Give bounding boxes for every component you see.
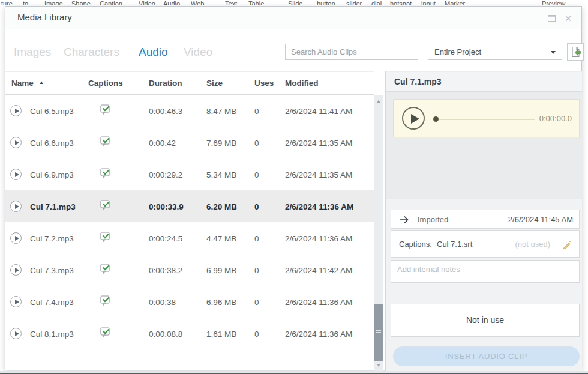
clip-size: 6.96 MB	[206, 297, 236, 306]
clip-name: Cul 6.6.mp3	[30, 138, 74, 147]
captions-check-icon	[77, 200, 134, 214]
edit-captions-button[interactable]	[559, 237, 574, 252]
clip-size: 1.61 MB	[206, 329, 236, 338]
scope-dropdown[interactable]: Entire Project	[428, 44, 562, 60]
notes-box	[391, 260, 580, 283]
scrollbar-thumb[interactable]	[374, 304, 383, 361]
row-play-button[interactable]	[10, 328, 22, 339]
column-header-modified[interactable]: Modified	[285, 79, 319, 88]
clip-name: Cul 6.5.mp3	[30, 106, 74, 115]
row-play-button[interactable]	[10, 232, 22, 244]
captions-check-icon	[77, 295, 134, 309]
detail-header: Cul 7.1.mp3	[386, 71, 582, 92]
captions-file: Cul 7.1.srt	[437, 240, 472, 249]
dialog-title: Media Library	[17, 12, 72, 22]
scroll-down-icon[interactable]: ▼	[374, 361, 383, 370]
detail-title: Cul 7.1.mp3	[394, 77, 442, 86]
ribbon-item[interactable]: Caption	[100, 0, 122, 5]
ribbon-item[interactable]: Audio	[163, 0, 180, 5]
row-play-button[interactable]	[10, 169, 22, 180]
row-play-button[interactable]	[10, 296, 22, 307]
row-play-button[interactable]	[10, 105, 22, 116]
player-section: 0:00:00.0	[386, 92, 582, 199]
ribbon-item[interactable]: Marker	[445, 0, 465, 5]
clip-duration: 0:00:38.2	[149, 265, 182, 274]
table-row[interactable]: Cul 6.9.mp3 0:00:29.2 5.34 MB 0 2/6/2024…	[5, 158, 374, 190]
player-time: 0:00:00.0	[539, 114, 572, 123]
table-row[interactable]: Cul 6.6.mp3 0:00:42 7.69 MB 0 2/6/2024 1…	[5, 127, 374, 158]
column-header-name[interactable]: Name	[11, 79, 34, 88]
table-row[interactable]: Cul 8.1.mp3 0:00:08.8 1.61 MB 0 2/6/2024…	[5, 318, 374, 349]
clip-duration: 0:00:46.3	[149, 106, 182, 115]
column-header-duration[interactable]: Duration	[149, 79, 182, 88]
ribbon-item[interactable]: hotspot	[390, 0, 412, 5]
clip-duration: 0:00:42	[149, 138, 176, 147]
internal-notes-input[interactable]	[391, 261, 579, 282]
imported-date: 2/6/2024 11:45 AM	[508, 215, 573, 224]
tab-video[interactable]: Video	[184, 46, 212, 59]
media-library-dialog: Media Library ✕ Images Characters Audio …	[5, 6, 582, 370]
ribbon-item[interactable]: Image	[44, 0, 63, 5]
table-row[interactable]: Cul 7.2.mp3 0:00:24.5 4.47 MB 0 2/6/2024…	[5, 222, 374, 254]
clip-size: 5.34 MB	[206, 170, 236, 179]
clip-size: 4.47 MB	[206, 234, 236, 243]
ribbon-item[interactable]: Table	[248, 0, 264, 5]
ribbon-item[interactable]: dial	[371, 0, 382, 5]
insert-audio-clip-button[interactable]: INSERT AUDIO CLIP	[393, 346, 580, 366]
ribbon-item-preview[interactable]: Preview	[542, 0, 565, 5]
maximize-icon[interactable]	[548, 13, 556, 24]
table-row[interactable]: Cul 7.4.mp3 0:00:38 6.96 MB 0 2/6/2024 1…	[5, 286, 374, 318]
clip-size: 6.99 MB	[206, 265, 236, 274]
clip-name: Cul 6.9.mp3	[30, 170, 74, 179]
tab-audio[interactable]: Audio	[139, 46, 168, 59]
clip-size: 6.20 MB	[206, 202, 237, 211]
clip-modified: 2/6/2024 11:35 AM	[285, 138, 352, 147]
clip-size: 8.47 MB	[206, 106, 236, 115]
column-header-size[interactable]: Size	[206, 79, 223, 88]
search-input[interactable]	[285, 44, 418, 60]
detail-panel: Cul 7.1.mp3 0:00:00.0 Imported 2/6/2024 …	[386, 71, 582, 371]
usage-status: Not in use	[391, 304, 579, 336]
clip-modified: 2/6/2024 11:36 AM	[285, 202, 353, 211]
ribbon-item[interactable]: ture	[1, 0, 13, 5]
ribbon-item[interactable]: Slide	[288, 0, 302, 5]
audio-player: 0:00:00.0	[393, 99, 580, 137]
table-scrollbar[interactable]: ▲ ▼	[374, 95, 383, 372]
clip-duration: 0:00:29.2	[149, 170, 182, 179]
tab-characters[interactable]: Characters	[64, 46, 119, 59]
scroll-up-icon[interactable]: ▲	[374, 97, 383, 106]
captions-label: Captions:	[399, 240, 432, 249]
table-row[interactable]: Cul 6.5.mp3 0:00:46.3 8.47 MB 0 2/6/2024…	[5, 95, 374, 127]
section-divider	[386, 199, 582, 199]
import-audio-button[interactable]	[567, 43, 584, 61]
ribbon-item[interactable]: input	[421, 0, 436, 5]
table-row[interactable]: Cul 7.3.mp3 0:00:38.2 6.99 MB 0 2/6/2024…	[5, 254, 374, 286]
ribbon-item[interactable]: button	[317, 0, 335, 5]
ribbon-item[interactable]: Text	[225, 0, 237, 5]
dialog-titlebar: Media Library ✕	[5, 7, 581, 29]
tab-images[interactable]: Images	[14, 46, 51, 59]
row-play-button[interactable]	[10, 264, 22, 276]
ribbon-item[interactable]: Web	[191, 0, 204, 5]
player-play-button[interactable]	[402, 107, 425, 130]
row-play-button[interactable]	[10, 137, 22, 148]
row-play-button[interactable]	[10, 201, 22, 212]
pencil-icon	[562, 240, 571, 249]
player-slider-track[interactable]	[439, 119, 535, 120]
ribbon-item[interactable]: Video	[139, 0, 155, 5]
clip-modified: 2/6/2024 11:35 AM	[285, 170, 352, 179]
clip-name: Cul 7.4.mp3	[30, 297, 74, 306]
table-row-selected[interactable]: Cul 7.1.mp3 0:00:33.9 6.20 MB 0 2/6/2024…	[5, 190, 374, 222]
player-slider-handle[interactable]	[433, 116, 439, 122]
close-icon[interactable]: ✕	[565, 14, 572, 23]
ribbon-item[interactable]: Shape	[71, 0, 91, 5]
clip-name: Cul 7.3.mp3	[30, 265, 74, 274]
captions-check-icon	[77, 264, 134, 277]
captions-check-icon	[77, 104, 134, 118]
column-header-uses[interactable]: Uses	[254, 79, 274, 88]
ribbon-item[interactable]: slider	[346, 0, 362, 5]
clip-duration: 0:00:33.9	[149, 202, 184, 211]
column-header-captions[interactable]: Captions	[77, 79, 134, 88]
ribbon-item[interactable]: to	[23, 0, 28, 5]
clip-uses: 0	[254, 202, 259, 211]
